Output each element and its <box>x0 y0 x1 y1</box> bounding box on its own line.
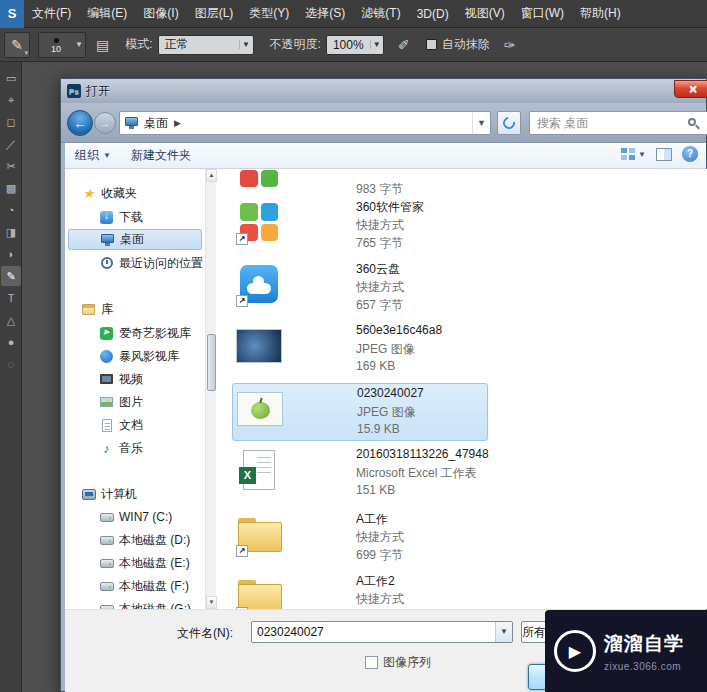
preview-pane-toggle[interactable] <box>656 148 672 161</box>
file-size: 169 KB <box>356 359 486 373</box>
tool-marquee-icon[interactable]: ◻ <box>1 112 21 132</box>
tool-healing-icon[interactable]: ▩ <box>1 178 21 198</box>
sidebar-group-favorites[interactable]: ★ 收藏夹 <box>65 183 205 203</box>
group-label: 计算机 <box>101 486 137 503</box>
menu-filter[interactable]: 滤镜(T) <box>353 0 408 28</box>
sidebar-item-downloads[interactable]: 下载 <box>65 207 205 227</box>
dialog-titlebar[interactable]: Ps 打开 ✕ <box>61 79 706 103</box>
breadcrumb[interactable]: 桌面 ▶ <box>120 112 185 134</box>
tool-brush-icon[interactable]: ✎ <box>1 266 21 286</box>
sidebar-item-pictures[interactable]: 图片 <box>65 392 205 412</box>
menu-select[interactable]: 选择(S) <box>297 0 353 28</box>
tool-crop-icon[interactable]: ✂ <box>1 156 21 176</box>
blend-mode-select[interactable]: 正常 ▼ <box>158 35 254 55</box>
tool-eraser-icon[interactable]: ◨ <box>1 222 21 242</box>
tool-type-icon[interactable]: T <box>1 288 21 308</box>
item-label: 桌面 <box>120 231 144 248</box>
new-folder-label: 新建文件夹 <box>131 147 191 164</box>
tool-move-icon[interactable]: ⌖ <box>1 90 21 110</box>
file-type: 快捷方式 <box>356 591 486 608</box>
file-row-a-work[interactable]: A工作 快捷方式 699 字节 <box>232 509 488 567</box>
tool-eyedropper-icon[interactable]: ▭ <box>1 68 21 88</box>
brush-size-value: 10 <box>51 45 61 54</box>
breadcrumb-location[interactable]: 桌面 <box>144 115 168 132</box>
filetype-value: 所有 <box>522 624 546 641</box>
organize-button[interactable]: 组织 ▼ <box>65 147 121 164</box>
chevron-right-icon[interactable]: ▶ <box>174 118 181 128</box>
file-size: 765 字节 <box>356 235 486 252</box>
tool-clone-icon[interactable]: ◔ <box>1 200 21 220</box>
disk-icon <box>99 513 114 522</box>
opacity-select[interactable]: 100% ▼ <box>326 35 384 55</box>
scrollbar-thumb[interactable] <box>207 334 216 391</box>
search-input[interactable]: 搜索 桌面 <box>529 111 707 135</box>
filename-input[interactable]: 0230240027 ▼ <box>251 621 513 643</box>
file-row-jpeg-560e[interactable]: 560e3e16c46a8 JPEG 图像 169 KB <box>232 321 488 379</box>
sidebar-item-disk-d[interactable]: 本地磁盘 (D:) <box>65 530 205 550</box>
new-folder-button[interactable]: 新建文件夹 <box>121 147 201 164</box>
back-button[interactable]: ← <box>67 110 93 136</box>
brush-panel-toggle-icon[interactable]: ▤ <box>96 37 109 53</box>
sidebar-item-disk-e[interactable]: 本地磁盘 (E:) <box>65 553 205 573</box>
menu-window[interactable]: 窗口(W) <box>513 0 572 28</box>
item-label: 本地磁盘 (F:) <box>119 578 189 595</box>
item-label: WIN7 (C:) <box>119 510 172 524</box>
close-button[interactable]: ✕ <box>674 80 707 98</box>
menu-file[interactable]: 文件(F) <box>24 0 79 28</box>
menu-image[interactable]: 图像(I) <box>135 0 186 28</box>
sidebar-item-desktop[interactable]: 桌面 <box>68 229 202 250</box>
sidebar-item-recent-places[interactable]: 最近访问的位置 <box>65 253 205 273</box>
sidebar-group-libraries[interactable]: 库 <box>65 299 205 319</box>
file-row-360-cloud[interactable]: 360云盘 快捷方式 657 字节 <box>232 259 488 317</box>
menu-layer[interactable]: 图层(L) <box>187 0 242 28</box>
address-bar[interactable]: 桌面 ▶ ▼ <box>119 111 491 135</box>
help-button[interactable]: ? <box>682 146 698 162</box>
menu-view[interactable]: 视图(V) <box>457 0 513 28</box>
file-type: JPEG 图像 <box>357 404 485 421</box>
menu-3d[interactable]: 3D(D) <box>409 0 457 28</box>
sidebar-item-disk-c[interactable]: WIN7 (C:) <box>65 507 205 527</box>
file-row-360-manager[interactable]: 360软件管家 快捷方式 765 字节 <box>232 197 488 255</box>
chevron-down-icon[interactable]: ▼ <box>495 622 512 642</box>
file-row-excel[interactable]: 20160318113226_47948 Microsoft Excel 工作表… <box>232 445 488 503</box>
image-sequence-checkbox[interactable]: 图像序列 <box>365 654 431 671</box>
search-icon <box>688 118 696 126</box>
navigation-bar: ← → 桌面 ▶ ▼ 搜索 桌面 <box>61 103 706 143</box>
file-row-a-work-2[interactable]: A工作2 快捷方式 <box>232 571 488 609</box>
sidebar-item-storm-library[interactable]: 暴风影视库 <box>65 346 205 366</box>
watermark-logo-icon: ▶ <box>554 630 596 672</box>
menu-help[interactable]: 帮助(H) <box>572 0 629 28</box>
sidebar-item-music[interactable]: ♪ 音乐 <box>65 438 205 458</box>
tool-hand-icon[interactable]: ◌ <box>1 354 21 374</box>
sidebar-item-documents[interactable]: 文档 <box>65 415 205 435</box>
sidebar-item-disk-g[interactable]: 本地磁盘 (G:) <box>65 599 205 609</box>
forward-button[interactable]: → <box>94 112 116 134</box>
item-label: 暴风影视库 <box>119 348 179 365</box>
sidebar-item-videos[interactable]: 视频 <box>65 369 205 389</box>
current-tool-icon[interactable]: ✎▾ <box>4 32 30 58</box>
item-label: 视频 <box>119 371 143 388</box>
address-history-dropdown[interactable]: ▼ <box>472 112 490 134</box>
sidebar-scrollbar[interactable]: ▲ ▼ <box>205 169 216 609</box>
opacity-label: 不透明度: <box>270 36 321 53</box>
tool-options-bar: ✎▾ 10 ▼ ▤ 模式: 正常 ▼ 不透明度: 100% ▼ ✐ 自动抹除 ✑ <box>0 28 707 62</box>
brush-preset-picker[interactable]: 10 ▼ <box>38 32 86 58</box>
tool-shape-icon[interactable]: ● <box>1 332 21 352</box>
menu-type[interactable]: 类型(Y) <box>241 0 297 28</box>
menu-edit[interactable]: 编辑(E) <box>79 0 135 28</box>
file-row-selected-0230240027[interactable]: 0230240027 JPEG 图像 15.9 KB <box>232 383 488 441</box>
item-label: 本地磁盘 (D:) <box>119 532 190 549</box>
sidebar-item-disk-f[interactable]: 本地磁盘 (F:) <box>65 576 205 596</box>
item-label: 图片 <box>119 394 143 411</box>
sidebar-item-iqiyi-library[interactable]: 爱奇艺影视库 <box>65 323 205 343</box>
auto-erase-checkbox[interactable]: 自动抹除 <box>426 36 490 53</box>
tool-gradient-icon[interactable]: ◗ <box>1 244 21 264</box>
refresh-button[interactable] <box>497 111 521 135</box>
file-size: 15.9 KB <box>357 422 485 436</box>
airbrush-toggle-icon[interactable]: ✐ <box>398 37 410 53</box>
change-view-button[interactable]: ▼ <box>621 148 646 160</box>
tool-lasso-icon[interactable]: ／ <box>1 134 21 154</box>
tool-pen-icon[interactable]: △ <box>1 310 21 330</box>
pressure-toggle-icon[interactable]: ✑ <box>504 37 516 53</box>
sidebar-group-computer[interactable]: 计算机 <box>65 484 205 504</box>
